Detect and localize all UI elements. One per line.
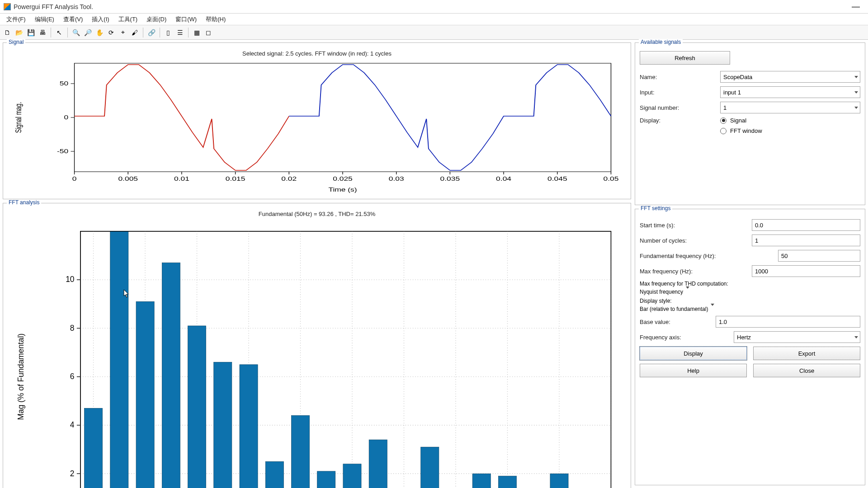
svg-text:0.01: 0.01 — [174, 175, 189, 182]
base-value-label: Base value: — [640, 319, 712, 325]
fundamental-freq-input[interactable] — [778, 250, 860, 262]
input-combo[interactable]: input 1 — [720, 86, 860, 98]
save-icon[interactable]: 💾 — [25, 27, 36, 38]
max-thd-combo[interactable]: Nyquist frequency — [640, 289, 860, 295]
num-cycles-input[interactable] — [752, 235, 860, 246]
name-combo[interactable]: ScopeData — [720, 71, 860, 83]
svg-text:0.005: 0.005 — [118, 175, 138, 182]
num-cycles-label: Number of cycles: — [640, 237, 748, 244]
fft-chart: 024681001002003004005006007008009001000F… — [8, 219, 626, 488]
start-time-label: Start time (s): — [640, 222, 748, 229]
freq-axis-value: Hertz — [737, 334, 751, 341]
display-radio-signal[interactable]: Signal — [720, 117, 762, 124]
menu-tools[interactable]: 工具(T) — [114, 14, 142, 25]
svg-text:Mag (% of Fundamental): Mag (% of Fundamental) — [16, 333, 25, 420]
available-signals-legend: Available signals — [639, 39, 683, 45]
main-area: Signal Selected signal: 2.5 cycles. FFT … — [0, 40, 868, 488]
svg-text:2: 2 — [70, 469, 75, 478]
print-icon[interactable]: 🖶 — [37, 27, 48, 38]
link-plot-icon[interactable]: 🔗 — [146, 27, 157, 38]
svg-rect-62 — [421, 447, 439, 488]
menu-help[interactable]: 帮助(H) — [201, 14, 230, 25]
svg-rect-55 — [240, 365, 258, 488]
radio-icon — [720, 128, 726, 134]
legend-icon[interactable]: ☰ — [175, 27, 185, 38]
signal-number-combo[interactable]: 1 — [720, 102, 860, 113]
svg-text:0: 0 — [72, 175, 77, 182]
svg-text:0.02: 0.02 — [281, 175, 297, 182]
svg-rect-52 — [162, 263, 180, 488]
svg-text:0.05: 0.05 — [604, 175, 619, 182]
pointer-icon[interactable]: ↖ — [54, 27, 65, 38]
display-radio-fftwindow-label: FFT window — [730, 127, 762, 134]
window-title: Powergui FFT Analysis Tool. — [14, 3, 93, 10]
svg-rect-0 — [75, 63, 611, 172]
base-value-input[interactable] — [716, 316, 860, 328]
freq-axis-label: Frequency axis: — [640, 334, 730, 341]
radio-icon — [720, 117, 726, 124]
menu-window[interactable]: 窗口(W) — [171, 14, 201, 25]
fft-chart-title: Fundamental (50Hz) = 93.26 , THD= 21.53% — [8, 211, 626, 217]
display-style-combo[interactable]: Bar (relative to fundamental) — [640, 306, 860, 312]
new-file-icon[interactable]: 🗋 — [2, 27, 13, 38]
menu-desktop[interactable]: 桌面(D) — [142, 14, 171, 25]
signal-chart: -5005000.0050.010.0150.020.0250.030.0350… — [8, 59, 626, 194]
svg-rect-60 — [369, 440, 387, 488]
signal-panel: Signal Selected signal: 2.5 cycles. FFT … — [3, 42, 631, 199]
svg-rect-50 — [110, 231, 128, 488]
fft-settings-panel: FFT settings Start time (s): Number of c… — [635, 209, 865, 485]
close-button[interactable]: Close — [753, 364, 860, 377]
svg-text:0.015: 0.015 — [226, 175, 245, 182]
export-button[interactable]: Export — [753, 347, 860, 360]
menu-view[interactable]: 查看(V) — [59, 14, 87, 25]
display-button[interactable]: Display — [640, 347, 747, 360]
svg-rect-59 — [343, 464, 361, 488]
show-plot-icon[interactable]: ◻ — [203, 27, 214, 38]
signal-number-value: 1 — [723, 104, 726, 111]
pan-icon[interactable]: ✋ — [94, 27, 105, 38]
max-freq-input[interactable] — [752, 265, 860, 277]
svg-text:6: 6 — [70, 372, 75, 381]
max-thd-label: Max frequency for THD computation: — [640, 281, 860, 287]
datacursor-icon[interactable]: ⌖ — [118, 27, 128, 38]
zoom-in-icon[interactable]: 🔍 — [71, 27, 81, 38]
max-freq-label: Max frequency (Hz): — [640, 268, 748, 275]
svg-text:0.025: 0.025 — [333, 175, 353, 182]
signal-legend: Signal — [7, 39, 25, 45]
minimize-button[interactable]: — — [847, 2, 864, 11]
help-button[interactable]: Help — [640, 364, 747, 377]
start-time-input[interactable] — [752, 219, 860, 231]
svg-text:4: 4 — [70, 420, 75, 429]
svg-rect-49 — [85, 408, 103, 488]
svg-text:Time (s): Time (s) — [328, 186, 357, 192]
open-file-icon[interactable]: 📂 — [14, 27, 24, 38]
display-style-label: Display style: — [640, 298, 860, 304]
refresh-button[interactable]: Refresh — [640, 51, 730, 65]
svg-rect-57 — [292, 416, 310, 488]
svg-rect-67 — [550, 474, 568, 488]
svg-text:50: 50 — [60, 80, 68, 86]
display-label: Display: — [640, 117, 717, 124]
signal-number-label: Signal number: — [640, 104, 717, 111]
available-signals-panel: Available signals Refresh Name: ScopeDat… — [635, 42, 865, 205]
title-bar: Powergui FFT Analysis Tool. — — [0, 0, 868, 14]
freq-axis-combo[interactable]: Hertz — [734, 331, 860, 343]
display-radio-fftwindow[interactable]: FFT window — [720, 127, 762, 134]
menu-file[interactable]: 文件(F) — [2, 14, 30, 25]
svg-rect-51 — [136, 301, 154, 488]
hide-plot-icon[interactable]: ▦ — [191, 27, 202, 38]
input-label: Input: — [640, 89, 717, 96]
svg-text:0.03: 0.03 — [389, 175, 404, 182]
display-radio-signal-label: Signal — [730, 117, 746, 124]
svg-text:8: 8 — [70, 324, 75, 333]
menu-edit[interactable]: 编辑(E) — [30, 14, 59, 25]
rotate-icon[interactable]: ⟳ — [106, 27, 117, 38]
matlab-logo-icon — [4, 3, 11, 10]
display-style-value: Bar (relative to fundamental) — [640, 306, 708, 312]
zoom-out-icon[interactable]: 🔎 — [82, 27, 93, 38]
toolbar: 🗋 📂 💾 🖶 ↖ 🔍 🔎 ✋ ⟳ ⌖ 🖌 🔗 ▯ ☰ ▦ ◻ — [0, 25, 868, 40]
colorbar-icon[interactable]: ▯ — [163, 27, 174, 38]
brush-icon[interactable]: 🖌 — [129, 27, 140, 38]
svg-text:0.035: 0.035 — [440, 175, 460, 182]
menu-insert[interactable]: 插入(I) — [87, 14, 113, 25]
